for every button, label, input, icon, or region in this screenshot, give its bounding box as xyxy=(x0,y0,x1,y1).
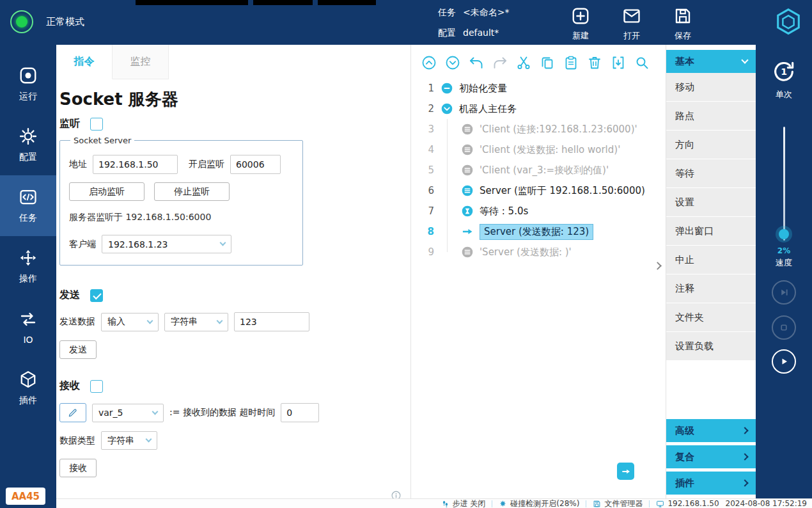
file-manager-status[interactable]: 文件管理器 xyxy=(593,499,643,508)
move-arrows-icon xyxy=(19,248,38,267)
sidebar-item-task[interactable]: 任务 xyxy=(0,175,56,236)
speed-slider-track[interactable] xyxy=(783,127,785,241)
task-name: <未命名>* xyxy=(463,7,509,19)
send-data-input[interactable] xyxy=(234,312,309,331)
search-button[interactable] xyxy=(634,55,650,70)
timeout-input[interactable] xyxy=(281,403,319,422)
copy-button[interactable] xyxy=(540,55,555,70)
sidebar-item-plugin[interactable]: 插件 xyxy=(0,358,56,418)
collapse-all-button[interactable] xyxy=(421,55,437,70)
palette-item-move[interactable]: 移动 xyxy=(666,73,756,102)
tree-row-2[interactable]: 2 机器人主任务 xyxy=(411,99,666,119)
tab-instruction[interactable]: 指令 xyxy=(56,45,113,79)
palette-item-abort[interactable]: 中止 xyxy=(666,246,756,274)
tree-row-3[interactable]: 3 'Client (连接:192.168.1.23:6000)' xyxy=(411,119,666,139)
palette-composite-label: 复合 xyxy=(675,451,694,463)
play-button[interactable] xyxy=(772,349,796,374)
row-number: 5 xyxy=(411,164,434,176)
topbar-actions: 新建 打开 保存 xyxy=(555,6,708,42)
network-status[interactable]: 192.168.1.50 xyxy=(656,499,719,508)
paste-special-button[interactable] xyxy=(611,55,626,70)
save-task-button[interactable]: 保存 xyxy=(657,6,708,42)
open-task-button[interactable]: 打开 xyxy=(606,6,657,42)
palette-item-comment[interactable]: 注释 xyxy=(666,274,756,303)
receive-checkbox[interactable] xyxy=(90,380,103,393)
palette-item-wait[interactable]: 等待 xyxy=(666,159,756,188)
sidebar-item-run[interactable]: 运行 xyxy=(0,54,56,115)
ip-address: 192.168.1.50 xyxy=(668,499,719,508)
palette-item-set[interactable]: 设置 xyxy=(666,188,756,217)
palette-item-direction[interactable]: 方向 xyxy=(666,131,756,159)
single-cycle-label: 单次 xyxy=(776,89,792,100)
tree-row-7[interactable]: 7 等待 : 5.0s xyxy=(411,201,666,221)
receive-variable-select[interactable]: var_5 xyxy=(92,404,164,422)
sidebar-io-label: IO xyxy=(23,335,33,345)
chevron-right-icon xyxy=(741,453,748,460)
tree-row-6[interactable]: 6 Server (监听于 192.168.1.50:6000) xyxy=(411,180,666,201)
address-input[interactable] xyxy=(93,155,178,174)
palette-item-popup[interactable]: 弹出窗口 xyxy=(666,217,756,246)
tree-row-5[interactable]: 5 'Client (var_3:=接收到的值)' xyxy=(411,160,666,180)
collision-text: 碰撞检测开启(28%) xyxy=(510,499,579,508)
step-next-button[interactable] xyxy=(772,280,796,305)
palette-item-payload[interactable]: 设置负载 xyxy=(666,332,756,361)
tree-row-1[interactable]: 1 初始化变量 xyxy=(411,78,666,99)
tab-monitor[interactable]: 监控 xyxy=(113,45,169,79)
command-icon xyxy=(461,123,474,136)
plugin-icon xyxy=(19,370,38,389)
palette-group-plugin[interactable]: 插件 xyxy=(666,472,756,495)
datatype-select[interactable]: 字符串 xyxy=(101,431,157,450)
send-checkbox[interactable] xyxy=(90,289,103,302)
expand-all-button[interactable] xyxy=(445,55,460,70)
step-mode-status[interactable]: 步进 关闭 xyxy=(441,499,486,508)
stop-listen-button[interactable]: 停止监听 xyxy=(154,182,230,201)
collision-status[interactable]: 碰撞检测开启(28%) xyxy=(499,499,579,508)
new-task-button[interactable]: 新建 xyxy=(555,6,606,42)
row-text: 初始化变量 xyxy=(459,83,507,95)
scroll-to-current-button[interactable] xyxy=(617,463,634,480)
palette-item-waypoint[interactable]: 路点 xyxy=(666,102,756,131)
sidebar-item-config[interactable]: 配置 xyxy=(0,115,56,175)
tree-row-4[interactable]: 4 'Client (发送数据: hello world)' xyxy=(411,139,666,160)
collapse-panel-handle[interactable] xyxy=(655,260,662,271)
send-source-value: 输入 xyxy=(107,316,125,328)
row-text: 'Client (var_3:=接收到的值)' xyxy=(480,164,609,177)
palette-group-advanced[interactable]: 高级 xyxy=(666,419,756,442)
start-listen-button[interactable]: 启动监听 xyxy=(69,182,144,201)
command-icon xyxy=(461,164,474,177)
send-button[interactable]: 发送 xyxy=(59,340,97,359)
datetime-status: 2024-08-08 17:52:19 xyxy=(726,499,807,508)
port-input[interactable] xyxy=(230,155,281,174)
single-cycle-control[interactable]: 1 单次 xyxy=(756,59,812,100)
tree-row-9[interactable]: 9 'Server (发送数据: )' xyxy=(411,242,666,262)
palette-group-composite[interactable]: 复合 xyxy=(666,445,756,468)
speed-slider-thumb[interactable] xyxy=(779,229,789,239)
server-status-text: 服务器监听于 192.168.1.50:6000 xyxy=(69,212,293,223)
datatype-value: 字符串 xyxy=(107,435,134,447)
paste-button[interactable] xyxy=(563,55,579,70)
panel-tabs: 指令 监控 xyxy=(56,45,410,79)
stop-button[interactable] xyxy=(772,315,796,340)
redo-button[interactable] xyxy=(492,55,508,70)
run-icon xyxy=(19,66,38,85)
edit-variable-button[interactable] xyxy=(59,403,86,422)
chevron-down-icon xyxy=(147,317,153,324)
task-label: 任务 xyxy=(438,7,456,19)
send-type-select[interactable]: 字符串 xyxy=(164,313,228,331)
palette-item-folder[interactable]: 文件夹 xyxy=(666,303,756,332)
tree-row-8-selected[interactable]: 8 Server (发送数据: 123) xyxy=(411,221,666,242)
sidebar-item-operate[interactable]: 操作 xyxy=(0,236,56,297)
client-select[interactable]: 192.168.1.23 xyxy=(102,235,231,253)
undo-button[interactable] xyxy=(469,55,484,70)
row-number: 7 xyxy=(411,205,434,217)
send-source-select[interactable]: 输入 xyxy=(101,313,159,331)
row-number: 3 xyxy=(411,123,434,135)
row-text: Server (监听于 192.168.1.50:6000) xyxy=(480,185,645,197)
sidebar-item-io[interactable]: IO xyxy=(0,297,56,358)
receive-button[interactable]: 接收 xyxy=(59,459,97,477)
delete-button[interactable] xyxy=(587,55,602,70)
listen-checkbox[interactable] xyxy=(90,118,103,131)
cut-button[interactable] xyxy=(516,55,531,70)
receive-label: 接收 xyxy=(59,379,80,393)
palette-group-basic[interactable]: 基本 xyxy=(666,50,756,73)
